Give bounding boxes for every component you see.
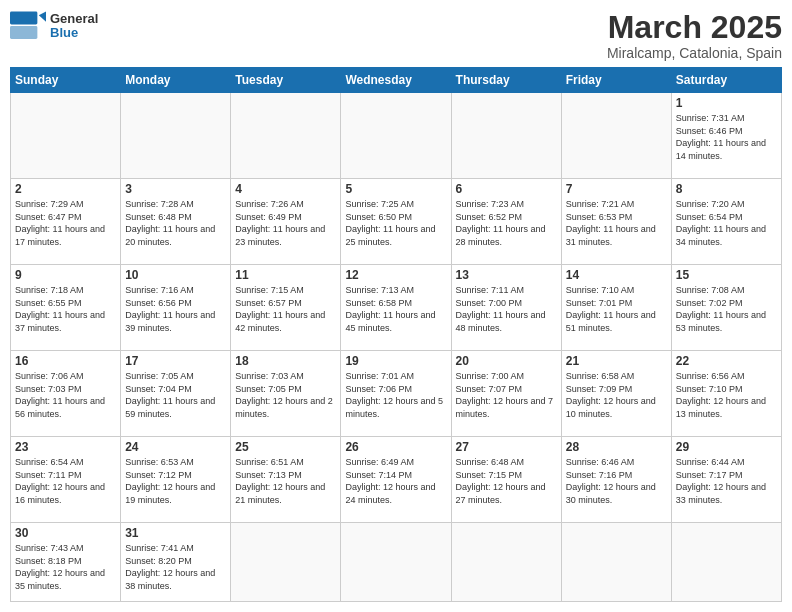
table-row xyxy=(561,523,671,602)
day-info: Sunrise: 7:20 AMSunset: 6:54 PMDaylight:… xyxy=(676,198,777,248)
day-number: 26 xyxy=(345,440,446,454)
col-monday: Monday xyxy=(121,68,231,93)
day-number: 15 xyxy=(676,268,777,282)
day-info: Sunrise: 6:54 AMSunset: 7:11 PMDaylight:… xyxy=(15,456,116,506)
day-number: 16 xyxy=(15,354,116,368)
table-row: 4Sunrise: 7:26 AMSunset: 6:49 PMDaylight… xyxy=(231,179,341,265)
table-row: 12Sunrise: 7:13 AMSunset: 6:58 PMDayligh… xyxy=(341,265,451,351)
day-info: Sunrise: 7:28 AMSunset: 6:48 PMDaylight:… xyxy=(125,198,226,248)
day-info: Sunrise: 7:11 AMSunset: 7:00 PMDaylight:… xyxy=(456,284,557,334)
day-info: Sunrise: 6:53 AMSunset: 7:12 PMDaylight:… xyxy=(125,456,226,506)
svg-rect-0 xyxy=(10,12,37,25)
day-info: Sunrise: 6:51 AMSunset: 7:13 PMDaylight:… xyxy=(235,456,336,506)
page: General Blue March 2025 Miralcamp, Catal… xyxy=(0,0,792,612)
table-row: 17Sunrise: 7:05 AMSunset: 7:04 PMDayligh… xyxy=(121,351,231,437)
col-friday: Friday xyxy=(561,68,671,93)
day-info: Sunrise: 7:31 AMSunset: 6:46 PMDaylight:… xyxy=(676,112,777,162)
day-number: 30 xyxy=(15,526,116,540)
col-saturday: Saturday xyxy=(671,68,781,93)
day-info: Sunrise: 6:49 AMSunset: 7:14 PMDaylight:… xyxy=(345,456,446,506)
table-row: 1Sunrise: 7:31 AMSunset: 6:46 PMDaylight… xyxy=(671,93,781,179)
day-number: 17 xyxy=(125,354,226,368)
table-row: 3Sunrise: 7:28 AMSunset: 6:48 PMDaylight… xyxy=(121,179,231,265)
day-number: 8 xyxy=(676,182,777,196)
table-row: 31Sunrise: 7:41 AMSunset: 8:20 PMDayligh… xyxy=(121,523,231,602)
day-number: 14 xyxy=(566,268,667,282)
table-row: 6Sunrise: 7:23 AMSunset: 6:52 PMDaylight… xyxy=(451,179,561,265)
day-number: 23 xyxy=(15,440,116,454)
table-row: 29Sunrise: 6:44 AMSunset: 7:17 PMDayligh… xyxy=(671,437,781,523)
day-number: 28 xyxy=(566,440,667,454)
logo-container: General Blue xyxy=(10,10,98,42)
day-info: Sunrise: 7:06 AMSunset: 7:03 PMDaylight:… xyxy=(15,370,116,420)
col-thursday: Thursday xyxy=(451,68,561,93)
logo-text-blue: Blue xyxy=(50,26,98,40)
day-number: 5 xyxy=(345,182,446,196)
table-row: 2Sunrise: 7:29 AMSunset: 6:47 PMDaylight… xyxy=(11,179,121,265)
day-number: 25 xyxy=(235,440,336,454)
day-info: Sunrise: 6:44 AMSunset: 7:17 PMDaylight:… xyxy=(676,456,777,506)
day-info: Sunrise: 6:46 AMSunset: 7:16 PMDaylight:… xyxy=(566,456,667,506)
table-row xyxy=(341,93,451,179)
calendar: Sunday Monday Tuesday Wednesday Thursday… xyxy=(10,67,782,602)
table-row: 11Sunrise: 7:15 AMSunset: 6:57 PMDayligh… xyxy=(231,265,341,351)
day-number: 1 xyxy=(676,96,777,110)
calendar-header-row: Sunday Monday Tuesday Wednesday Thursday… xyxy=(11,68,782,93)
table-row: 13Sunrise: 7:11 AMSunset: 7:00 PMDayligh… xyxy=(451,265,561,351)
table-row xyxy=(561,93,671,179)
day-info: Sunrise: 6:56 AMSunset: 7:10 PMDaylight:… xyxy=(676,370,777,420)
table-row: 26Sunrise: 6:49 AMSunset: 7:14 PMDayligh… xyxy=(341,437,451,523)
day-number: 29 xyxy=(676,440,777,454)
day-info: Sunrise: 7:23 AMSunset: 6:52 PMDaylight:… xyxy=(456,198,557,248)
day-number: 9 xyxy=(15,268,116,282)
col-wednesday: Wednesday xyxy=(341,68,451,93)
table-row: 27Sunrise: 6:48 AMSunset: 7:15 PMDayligh… xyxy=(451,437,561,523)
day-info: Sunrise: 7:29 AMSunset: 6:47 PMDaylight:… xyxy=(15,198,116,248)
col-sunday: Sunday xyxy=(11,68,121,93)
day-number: 19 xyxy=(345,354,446,368)
day-number: 4 xyxy=(235,182,336,196)
day-info: Sunrise: 7:08 AMSunset: 7:02 PMDaylight:… xyxy=(676,284,777,334)
day-number: 7 xyxy=(566,182,667,196)
logo: General Blue xyxy=(10,10,98,42)
table-row xyxy=(671,523,781,602)
day-info: Sunrise: 7:21 AMSunset: 6:53 PMDaylight:… xyxy=(566,198,667,248)
day-info: Sunrise: 7:16 AMSunset: 6:56 PMDaylight:… xyxy=(125,284,226,334)
table-row: 21Sunrise: 6:58 AMSunset: 7:09 PMDayligh… xyxy=(561,351,671,437)
day-info: Sunrise: 7:26 AMSunset: 6:49 PMDaylight:… xyxy=(235,198,336,248)
day-number: 24 xyxy=(125,440,226,454)
table-row: 18Sunrise: 7:03 AMSunset: 7:05 PMDayligh… xyxy=(231,351,341,437)
day-number: 2 xyxy=(15,182,116,196)
day-info: Sunrise: 7:13 AMSunset: 6:58 PMDaylight:… xyxy=(345,284,446,334)
day-info: Sunrise: 7:03 AMSunset: 7:05 PMDaylight:… xyxy=(235,370,336,420)
table-row xyxy=(341,523,451,602)
day-info: Sunrise: 7:25 AMSunset: 6:50 PMDaylight:… xyxy=(345,198,446,248)
day-info: Sunrise: 7:43 AMSunset: 8:18 PMDaylight:… xyxy=(15,542,116,592)
day-info: Sunrise: 7:05 AMSunset: 7:04 PMDaylight:… xyxy=(125,370,226,420)
table-row: 7Sunrise: 7:21 AMSunset: 6:53 PMDaylight… xyxy=(561,179,671,265)
day-info: Sunrise: 6:58 AMSunset: 7:09 PMDaylight:… xyxy=(566,370,667,420)
day-info: Sunrise: 6:48 AMSunset: 7:15 PMDaylight:… xyxy=(456,456,557,506)
table-row: 8Sunrise: 7:20 AMSunset: 6:54 PMDaylight… xyxy=(671,179,781,265)
day-info: Sunrise: 7:18 AMSunset: 6:55 PMDaylight:… xyxy=(15,284,116,334)
table-row xyxy=(231,523,341,602)
day-info: Sunrise: 7:10 AMSunset: 7:01 PMDaylight:… xyxy=(566,284,667,334)
table-row: 22Sunrise: 6:56 AMSunset: 7:10 PMDayligh… xyxy=(671,351,781,437)
table-row xyxy=(11,93,121,179)
table-row: 15Sunrise: 7:08 AMSunset: 7:02 PMDayligh… xyxy=(671,265,781,351)
day-info: Sunrise: 7:15 AMSunset: 6:57 PMDaylight:… xyxy=(235,284,336,334)
table-row: 9Sunrise: 7:18 AMSunset: 6:55 PMDaylight… xyxy=(11,265,121,351)
logo-graphic xyxy=(10,10,46,42)
day-info: Sunrise: 7:01 AMSunset: 7:06 PMDaylight:… xyxy=(345,370,446,420)
table-row: 19Sunrise: 7:01 AMSunset: 7:06 PMDayligh… xyxy=(341,351,451,437)
day-number: 27 xyxy=(456,440,557,454)
table-row: 24Sunrise: 6:53 AMSunset: 7:12 PMDayligh… xyxy=(121,437,231,523)
day-number: 12 xyxy=(345,268,446,282)
table-row: 14Sunrise: 7:10 AMSunset: 7:01 PMDayligh… xyxy=(561,265,671,351)
table-row xyxy=(231,93,341,179)
day-number: 6 xyxy=(456,182,557,196)
day-number: 20 xyxy=(456,354,557,368)
day-number: 3 xyxy=(125,182,226,196)
table-row xyxy=(451,523,561,602)
table-row xyxy=(451,93,561,179)
